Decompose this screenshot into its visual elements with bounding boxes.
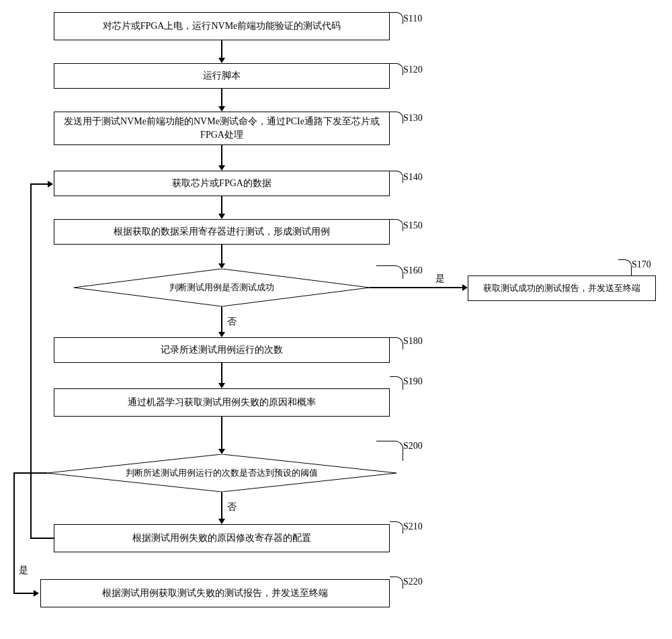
edge-no: 否 xyxy=(227,316,237,328)
step-s120: 运行脚本 xyxy=(54,63,390,89)
label-s140: S140 xyxy=(403,172,423,183)
label-s200: S200 xyxy=(403,441,423,452)
arrow-head xyxy=(218,383,225,388)
curve-s210 xyxy=(390,521,403,534)
curve-s190 xyxy=(390,376,403,390)
label-s130: S130 xyxy=(403,113,423,124)
arrow-head xyxy=(34,590,39,597)
arrow-head xyxy=(48,181,53,187)
arrow-head xyxy=(218,58,225,63)
step-s110: 对芯片或FPGA上电，运行NVMe前端功能验证的测试代码 xyxy=(54,12,390,40)
step-text: 根据测试用例获取测试失败的测试报告，并发送至终端 xyxy=(102,587,328,600)
decision-text: 判断测试用例是否测试成功 xyxy=(169,282,274,294)
curve-s200 xyxy=(376,441,403,461)
label-s190: S190 xyxy=(403,376,423,387)
arrow-head xyxy=(218,332,225,337)
arrow-head xyxy=(218,519,225,524)
arrow xyxy=(221,363,222,384)
arrow-head xyxy=(218,165,225,171)
curve-s160 xyxy=(376,265,403,279)
arrow-head xyxy=(218,449,225,454)
arrow-head xyxy=(218,214,225,219)
arrow xyxy=(370,287,464,288)
edge-yes-2: 是 xyxy=(19,564,28,577)
label-s170: S170 xyxy=(632,259,651,270)
step-text: 运行脚本 xyxy=(203,69,241,83)
curve-s130 xyxy=(390,112,403,124)
loop-h1 xyxy=(30,538,54,539)
step-s150: 根据获取的数据采用寄存器进行测试，形成测试用例 xyxy=(54,219,390,245)
step-text: 通过机器学习获取测试用例失败的原因和概率 xyxy=(128,396,316,409)
curve-s120 xyxy=(390,63,403,75)
step-text: 发送用于测试NVMe前端功能的NVMe测试命令，通过PCIe通路下发至芯片或FP… xyxy=(60,115,384,141)
step-s190: 通过机器学习获取测试用例失败的原因和概率 xyxy=(54,388,390,417)
arrow xyxy=(221,89,222,108)
loop-v xyxy=(30,183,32,539)
step-text: 根据获取的数据采用寄存器进行测试，形成测试用例 xyxy=(114,225,330,239)
arrow xyxy=(221,145,222,167)
curve-s140 xyxy=(390,171,403,183)
step-s220: 根据测试用例获取测试失败的测试报告，并发送至终端 xyxy=(40,579,390,607)
arrow xyxy=(221,196,222,215)
label-s180: S180 xyxy=(403,336,423,347)
arrow-s200-yes-h2 xyxy=(13,593,35,594)
step-s140: 获取芯片或FPGA的数据 xyxy=(54,171,390,196)
flowchart-canvas: 对芯片或FPGA上电，运行NVMe前端功能验证的测试代码 S110 运行脚本 S… xyxy=(0,0,672,639)
label-s220: S220 xyxy=(403,577,423,587)
label-s120: S120 xyxy=(403,65,423,75)
curve-s220 xyxy=(390,577,403,589)
decision-s200: 判断所述测试用例运行的次数是否达到预设的阈值 xyxy=(47,454,396,492)
arrow xyxy=(221,306,222,333)
edge-yes: 是 xyxy=(435,273,445,285)
step-s130: 发送用于测试NVMe前端功能的NVMe测试命令，通过PCIe通路下发至芯片或FP… xyxy=(54,112,390,145)
arrow xyxy=(221,492,222,520)
arrow-head xyxy=(218,263,225,269)
step-text: 获取芯片或FPGA的数据 xyxy=(172,177,271,190)
label-s110: S110 xyxy=(403,13,422,24)
decision-text: 判断所述测试用例运行的次数是否达到预设的阈值 xyxy=(126,467,318,479)
curve-s180 xyxy=(390,337,403,349)
label-s150: S150 xyxy=(403,220,423,231)
step-text: 对芯片或FPGA上电，运行NVMe前端功能验证的测试代码 xyxy=(103,19,341,33)
step-text: 记录所述测试用例运行的次数 xyxy=(161,343,283,357)
arrow xyxy=(221,40,222,59)
decision-s160: 判断测试用例是否测试成功 xyxy=(74,269,370,306)
step-text: 根据测试用例失败的原因修改寄存器的配置 xyxy=(132,531,311,545)
step-s170: 获取测试成功的测试报告，并发送至终端 xyxy=(468,275,656,301)
arrow xyxy=(221,245,222,265)
edge-no-2: 否 xyxy=(227,501,237,513)
label-s210: S210 xyxy=(403,521,423,532)
curve-s110 xyxy=(390,12,403,24)
arrow-s200-yes-v xyxy=(13,472,15,593)
step-s180: 记录所述测试用例运行的次数 xyxy=(54,337,390,363)
arrow-head xyxy=(218,106,225,112)
step-text: 获取测试成功的测试报告，并发送至终端 xyxy=(483,282,640,294)
arrow-head xyxy=(462,284,468,291)
loop-h2 xyxy=(30,183,49,185)
curve-s150 xyxy=(390,219,403,231)
step-s210: 根据测试用例失败的原因修改寄存器的配置 xyxy=(54,524,390,552)
curve-s170 xyxy=(618,259,632,275)
arrow xyxy=(221,417,222,450)
label-s160: S160 xyxy=(403,265,423,276)
